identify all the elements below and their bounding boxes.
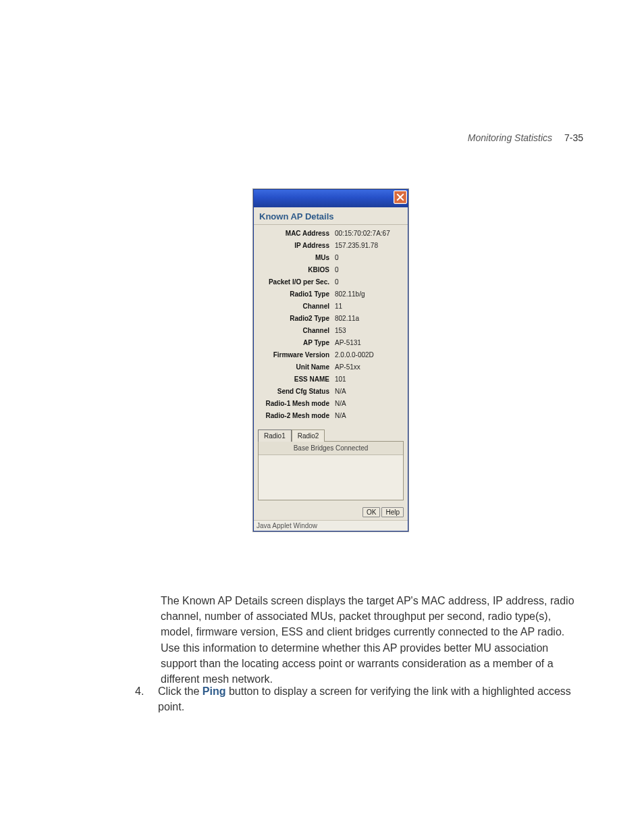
field-label: KBIOS (258, 267, 335, 273)
field-label: Radio1 Type (258, 291, 335, 298)
field-value: AP-5131 (335, 340, 404, 346)
field-label: Unit Name (258, 364, 335, 371)
close-button[interactable] (394, 190, 407, 204)
field-value: AP-51xx (335, 364, 404, 371)
field-label: Channel (258, 328, 335, 334)
field-value: 0 (335, 279, 404, 286)
field-list: MAC Address00:15:70:02:7A:67 IP Address1… (254, 225, 408, 427)
field-value: N/A (335, 388, 404, 395)
field-label: IP Address (258, 242, 335, 249)
field-label: Send Cfg Status (258, 388, 335, 395)
dialog-titlebar (254, 190, 408, 207)
field-value: 00:15:70:02:7A:67 (335, 230, 404, 237)
field-row: Firmware Version2.0.0.0-002D (258, 352, 404, 359)
field-value: N/A (335, 413, 404, 419)
field-label: Radio-1 Mesh mode (258, 400, 335, 407)
field-row: Channel11 (258, 303, 404, 310)
field-row: ESS NAME101 (258, 376, 404, 383)
field-row: Radio-2 Mesh modeN/A (258, 413, 404, 419)
dialog-title: Known AP Details (254, 207, 408, 225)
ok-button[interactable]: OK (363, 507, 380, 517)
page-number: 7-35 (564, 132, 583, 143)
field-label: Channel (258, 303, 335, 310)
field-row: MAC Address00:15:70:02:7A:67 (258, 230, 404, 237)
button-row: OK Help (254, 503, 408, 520)
page-header: Monitoring Statistics 7-35 (468, 132, 583, 143)
tab-radio1[interactable]: Radio1 (258, 429, 292, 442)
tab-radio2[interactable]: Radio2 (292, 429, 325, 442)
field-value: 2.0.0.0-002D (335, 352, 404, 359)
field-value: 0 (335, 255, 404, 261)
field-row: Radio-1 Mesh modeN/A (258, 400, 404, 407)
field-value: 802.11b/g (335, 291, 404, 298)
field-value: 157.235.91.78 (335, 242, 404, 249)
tab-row: Radio1 Radio2 (254, 429, 408, 441)
field-row: Radio2 Type802.11a (258, 315, 404, 322)
help-button[interactable]: Help (381, 507, 404, 517)
field-value: 802.11a (335, 315, 404, 322)
field-label: Radio-2 Mesh mode (258, 413, 335, 419)
field-label: Packet I/O per Sec. (258, 279, 335, 286)
status-bar: Java Applet Window (254, 520, 408, 531)
field-value: N/A (335, 400, 404, 407)
step-text: Click the Ping button to display a scree… (158, 683, 576, 714)
close-icon (396, 193, 404, 201)
field-value: 11 (335, 303, 404, 310)
field-row: Radio1 Type802.11b/g (258, 291, 404, 298)
field-row: Unit NameAP-51xx (258, 364, 404, 371)
field-label: ESS NAME (258, 376, 335, 383)
field-value: 101 (335, 376, 404, 383)
field-row: MUs0 (258, 255, 404, 261)
section-name: Monitoring Statistics (468, 132, 552, 143)
field-row: Packet I/O per Sec.0 (258, 279, 404, 286)
description-paragraph: The Known AP Details screen displays the… (161, 593, 576, 687)
field-row: IP Address157.235.91.78 (258, 242, 404, 249)
known-ap-details-dialog: Known AP Details MAC Address00:15:70:02:… (253, 189, 408, 531)
field-row: KBIOS0 (258, 267, 404, 273)
ping-keyword: Ping (203, 685, 226, 697)
step-4: 4. Click the Ping button to display a sc… (135, 683, 576, 714)
field-row: AP TypeAP-5131 (258, 340, 404, 346)
field-label: Radio2 Type (258, 315, 335, 322)
tab-panel: Base Bridges Connected (258, 441, 404, 500)
field-label: MAC Address (258, 230, 335, 237)
field-row: Channel153 (258, 328, 404, 334)
table-column-header: Base Bridges Connected (259, 442, 403, 455)
field-label: Firmware Version (258, 352, 335, 359)
step-pre: Click the (158, 685, 203, 697)
field-value: 153 (335, 328, 404, 334)
field-label: MUs (258, 255, 335, 261)
step-number: 4. (135, 683, 158, 714)
field-label: AP Type (258, 340, 335, 346)
field-row: Send Cfg StatusN/A (258, 388, 404, 395)
field-value: 0 (335, 267, 404, 273)
